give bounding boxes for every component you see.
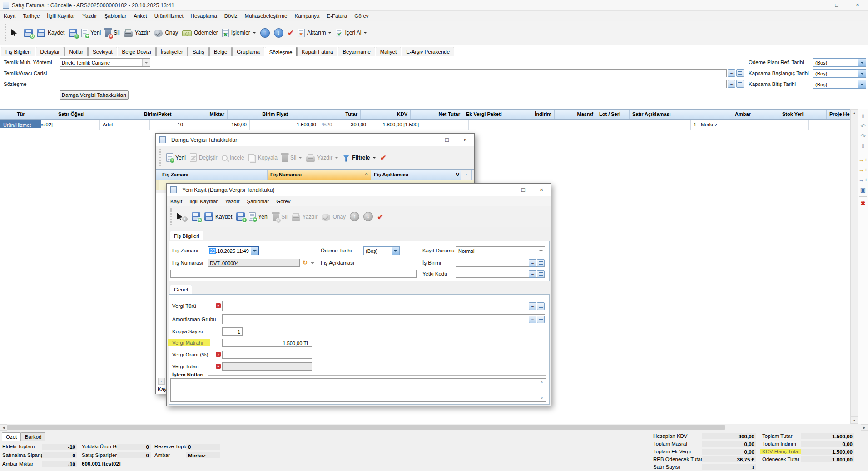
hscroll-thumb[interactable] <box>7 425 725 430</box>
chevron-down-icon[interactable] <box>363 32 367 34</box>
column-header-fis-zamani[interactable]: Fiş Zamanı <box>159 170 268 180</box>
textarea-scroll-down-icon[interactable]: ∨ <box>539 396 545 400</box>
tab-sevkiyat[interactable]: Sevkiyat <box>88 47 117 56</box>
undo-icon[interactable]: ↶ <box>861 123 866 130</box>
paste-line-icon[interactable]: ▣ <box>860 186 866 193</box>
save-refresh-button[interactable]: ↻ <box>192 212 200 221</box>
tab-sozlesme[interactable]: Sözleşme <box>265 47 297 56</box>
chevron-down-icon[interactable] <box>253 32 256 34</box>
nav-down-button[interactable]: ↓ <box>363 212 373 221</box>
menu-yazdir[interactable]: Yazdır <box>79 11 100 21</box>
temlik-yontemi-select[interactable]: Direkt Temlik Carisine <box>60 58 150 67</box>
menu-doviz[interactable]: Döviz <box>221 11 241 21</box>
tab-genel[interactable]: Genel <box>170 285 192 294</box>
menu-sablonlar[interactable]: Şablonlar <box>243 196 273 206</box>
amortisman-grubu-input[interactable] <box>222 314 545 324</box>
column-header-lot-seri[interactable]: Lot / Seri <box>596 110 630 119</box>
tab-gruplama[interactable]: Gruplama <box>232 47 264 56</box>
insert-detail-line-icon[interactable]: →+ <box>858 166 868 173</box>
column-header-indirim[interactable]: İndirim <box>510 110 555 119</box>
pointer-new-button[interactable] <box>11 29 20 36</box>
tab-kapali-fatura[interactable]: Kapalı Fatura <box>297 47 337 56</box>
kapsama-bitis-combo[interactable]: (Boş) <box>813 80 866 89</box>
column-header-miktar[interactable]: Miktar <box>191 110 228 119</box>
save-plus-button[interactable]: + <box>236 212 245 221</box>
column-header-net-tutar[interactable]: Net Tutar <box>411 110 463 119</box>
print-button[interactable]: Yazdır <box>124 29 150 37</box>
fis-zamani-datepicker[interactable]: 23.10.2025 11:49 <box>208 246 259 255</box>
column-header-masraf[interactable]: Masraf <box>555 110 596 119</box>
nav-up-button[interactable]: ↑ <box>260 28 270 38</box>
tab-fis-bilgileri[interactable]: Fiş Bilgileri <box>170 231 203 240</box>
tab-fis-bilgileri[interactable]: Fiş Bilgileri <box>1 47 35 56</box>
minimize-icon[interactable]: – <box>496 184 514 196</box>
odeme-plani-combo[interactable]: (Boş) <box>813 58 866 67</box>
lookup-button[interactable]: ... <box>728 80 735 88</box>
grid-vscrollbar[interactable]: ▲ ▼ <box>850 109 858 424</box>
menu-sablonlar[interactable]: Şablonlar <box>101 11 130 21</box>
tab-barkod[interactable]: Barkod <box>21 432 45 441</box>
column-header-proje[interactable]: Proje Hesa <box>827 110 850 119</box>
cell-birim-fiyat[interactable]: 150,00 <box>186 120 250 130</box>
sozlesme-input[interactable] <box>60 80 727 88</box>
menu-anket[interactable]: Anket <box>130 11 150 21</box>
insert-service-line-icon[interactable]: →+ <box>858 176 868 183</box>
filter-button[interactable]: Filtrele <box>342 154 376 162</box>
scroll-right-icon[interactable]: ▶ <box>861 424 868 431</box>
menu-ilgili-kayitlar[interactable]: İlgili Kayıtlar <box>43 11 79 21</box>
new-button[interactable]: + Yeni <box>166 153 186 162</box>
column-header-satir-ogesi[interactable]: Satır Öğesi <box>55 110 141 119</box>
close-icon[interactable]: × <box>847 0 868 10</box>
kopya-sayisi-input[interactable]: 1 <box>222 327 243 336</box>
export-button[interactable]: ● Aktarım <box>298 29 332 37</box>
move-down-icon[interactable]: ⇩ <box>861 143 866 150</box>
odeme-tarihi-combo[interactable]: (Boş) <box>363 246 400 255</box>
menu-kayit[interactable]: Kayıt <box>0 11 19 21</box>
textarea-scroll-up-icon[interactable]: ∧ <box>539 380 545 384</box>
import-button[interactable]: ↙ İçeri Al <box>336 29 367 37</box>
tab-notlar[interactable]: Notlar <box>64 47 88 56</box>
grid-hscrollbar[interactable]: ◀ ▶ <box>0 424 868 431</box>
tab-satis[interactable]: Satış <box>188 47 209 56</box>
scroll-up-icon[interactable]: ▲ <box>851 109 858 116</box>
scroll-down-icon[interactable]: ▼ <box>851 416 858 424</box>
maximize-icon[interactable]: □ <box>438 134 456 146</box>
approve-button[interactable]: Onay <box>154 29 178 37</box>
tab-maliyet[interactable]: Maliyet <box>376 47 401 56</box>
lookup-button[interactable]: ... <box>529 259 536 267</box>
tab-detaylar[interactable]: Detaylar <box>36 47 64 56</box>
maximize-icon[interactable]: □ <box>826 0 847 10</box>
move-up-icon[interactable]: ⇧ <box>861 113 866 120</box>
minimize-icon[interactable]: – <box>805 0 826 10</box>
cell-birim[interactable]: Adet <box>100 120 150 130</box>
column-header-satir-aciklamasi[interactable]: Satır Açıklaması <box>630 110 732 119</box>
nav-down-button[interactable]: ↓ <box>274 28 283 38</box>
tab-irsaliyeler[interactable]: İrsaliyeler <box>156 47 188 56</box>
detail-lookup-button[interactable] <box>736 80 744 88</box>
table-row[interactable]: ▶ Ürün/Hizmet 606.001 [test02] Adet 10 1… <box>0 120 850 130</box>
list-scroll-left-icon[interactable]: ‹ <box>158 378 165 385</box>
column-header-ambar[interactable]: Ambar <box>732 110 779 119</box>
chevron-down-icon[interactable] <box>372 157 376 159</box>
lookup-button[interactable]: ... <box>728 69 735 77</box>
cell-ambar[interactable]: 1 - Merkez <box>691 120 738 130</box>
kayit-durumu-select[interactable]: Normal <box>456 246 545 255</box>
column-header-birim[interactable]: Birim/Paket <box>141 110 191 119</box>
delete-button[interactable]: × Sil <box>105 28 119 37</box>
maximize-icon[interactable]: □ <box>514 184 532 196</box>
column-header-partial[interactable]: V <box>453 170 461 180</box>
renumber-icon[interactable]: ↻ <box>303 259 308 266</box>
temlik-carisi-input[interactable] <box>60 69 727 77</box>
cell-indirim[interactable]: - <box>469 120 513 130</box>
cell-stok-yeri[interactable] <box>738 120 785 130</box>
close-icon[interactable]: × <box>456 134 474 146</box>
payments-button[interactable]: Ödemeler <box>182 29 218 36</box>
cell-satir-aciklamasi[interactable] <box>588 120 691 130</box>
column-header-tur[interactable]: Tür <box>14 110 55 119</box>
confirm-button[interactable]: ✔ <box>380 154 387 162</box>
tab-e-arsiv-perakende[interactable]: E-Arşiv Perakende <box>402 47 454 56</box>
save-plus-button[interactable]: + <box>69 29 77 37</box>
save-button[interactable]: Kaydet <box>204 212 232 221</box>
cell-miktar[interactable]: 10 <box>150 120 186 130</box>
lookup-button[interactable]: ... <box>529 316 536 323</box>
